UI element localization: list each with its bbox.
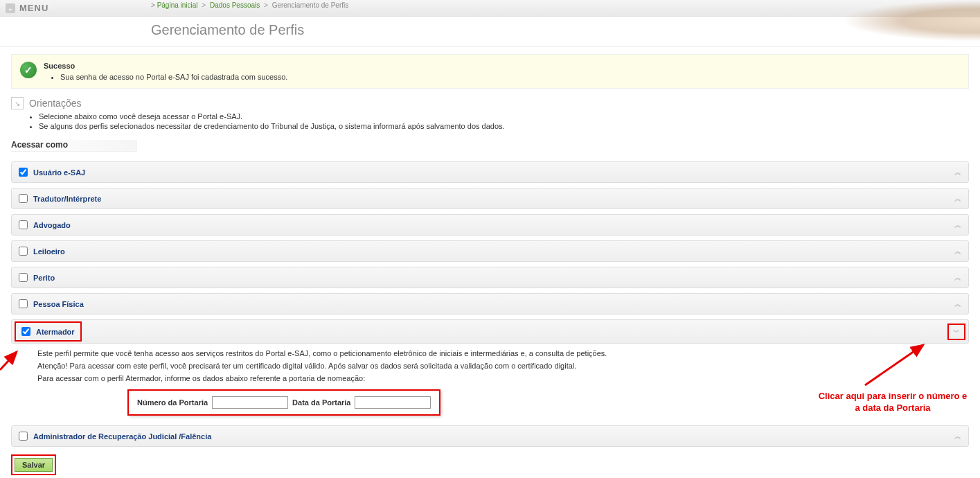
orientations-item: Selecione abaixo como você deseja acessa… — [39, 112, 969, 121]
save-button-highlight: Salvar — [11, 454, 56, 475]
profile-label: Atermador — [36, 328, 75, 336]
profile-checkbox-tradutor[interactable] — [19, 194, 28, 203]
menu-label: MENU — [19, 3, 48, 13]
profile-row-atermador[interactable]: Atermador ︾ — [11, 319, 969, 344]
collapse-icon[interactable]: ︽ — [954, 197, 961, 201]
profile-label: Advogado — [33, 221, 71, 229]
menu-button[interactable]: ⌄ MENU — [6, 3, 48, 13]
data-portaria-input[interactable] — [355, 396, 431, 409]
portaria-fields: Número da Portaria Data da Portaria — [127, 389, 440, 416]
breadcrumb: > Página inicial > Dados Pessoais > Gere… — [151, 0, 348, 9]
success-message: ✓ Sucesso Sua senha de acesso no Portal … — [11, 54, 969, 89]
collapse-icon[interactable]: ︽ — [954, 170, 961, 175]
profile-checkbox-administrador[interactable] — [19, 432, 28, 441]
profile-checkbox-leiloeiro[interactable] — [19, 247, 28, 256]
profile-label: Usuário e-SAJ — [33, 168, 85, 177]
top-bar: ⌄ MENU > Página inicial > Dados Pessoais… — [0, 0, 980, 17]
header-art — [841, 0, 980, 42]
profile-row-administrador[interactable]: Administrador de Recuperação Judicial /F… — [11, 425, 969, 447]
arrow-down-right-icon: ↘ — [11, 97, 24, 109]
profile-label: Perito — [33, 274, 55, 282]
collapse-icon[interactable]: ︽ — [954, 249, 961, 254]
success-item: Sua senha de acesso no Portal e-SAJ foi … — [60, 73, 960, 81]
breadcrumb-current: Gerenciamento de Perfis — [272, 1, 349, 9]
collapse-icon[interactable]: ︽ — [954, 276, 961, 280]
breadcrumb-link-home[interactable]: Página inicial — [157, 1, 198, 9]
profile-label: Administrador de Recuperação Judicial /F… — [33, 432, 211, 441]
atermador-desc-2: Atenção! Para acessar com este perfil, v… — [37, 362, 962, 370]
chevron-down-icon: ⌄ — [6, 3, 15, 13]
page-title-row: Gerenciamento de Perfis — [0, 17, 980, 47]
profile-row-pessoa-fisica[interactable]: Pessoa Física ︽ — [11, 293, 969, 315]
data-portaria-label: Data da Portaria — [292, 398, 350, 407]
section-title: Acessar como — [11, 140, 137, 152]
profile-checkbox-perito[interactable] — [19, 273, 28, 282]
atermador-panel: Este perfil permite que você tenha acess… — [11, 344, 969, 425]
orientations-item: Se alguns dos perfis selecionados necess… — [39, 122, 969, 130]
numero-portaria-input[interactable] — [212, 396, 288, 409]
profile-checkbox-pessoa-fisica[interactable] — [19, 299, 28, 308]
check-circle-icon: ✓ — [20, 62, 37, 78]
profile-row-tradutor[interactable]: Tradutor/Intérprete ︽ — [11, 188, 969, 209]
orientations: ↘ Orientações Selecione abaixo como você… — [11, 97, 969, 130]
profile-row-usuario[interactable]: Usuário e-SAJ ︽ — [11, 161, 969, 183]
expand-icon[interactable]: ︾ — [953, 328, 960, 336]
save-button[interactable]: Salvar — [15, 458, 53, 472]
profile-checkbox-advogado[interactable] — [19, 220, 28, 229]
breadcrumb-link-dados[interactable]: Dados Pessoais — [210, 1, 260, 9]
orientations-title: Orientações — [29, 98, 81, 109]
profile-label: Tradutor/Intérprete — [33, 195, 101, 203]
profile-row-leiloeiro[interactable]: Leiloeiro ︽ — [11, 240, 969, 262]
atermador-desc-3: Para acessar com o perfil Atermador, inf… — [37, 374, 962, 382]
collapse-icon[interactable]: ︽ — [954, 302, 961, 306]
profile-label: Leiloeiro — [33, 247, 65, 256]
collapse-icon[interactable]: ︽ — [954, 223, 961, 227]
collapse-icon[interactable]: ︽ — [954, 434, 961, 439]
profile-row-advogado[interactable]: Advogado ︽ — [11, 214, 969, 236]
profile-row-perito[interactable]: Perito ︽ — [11, 267, 969, 288]
profile-checkbox-atermador[interactable] — [21, 327, 30, 336]
profile-checkbox-usuario[interactable] — [19, 168, 28, 177]
numero-portaria-label: Número da Portaria — [137, 398, 208, 407]
profile-label: Pessoa Física — [33, 300, 84, 308]
atermador-desc-1: Este perfil permite que você tenha acess… — [37, 349, 962, 357]
success-title: Sucesso — [44, 62, 960, 70]
